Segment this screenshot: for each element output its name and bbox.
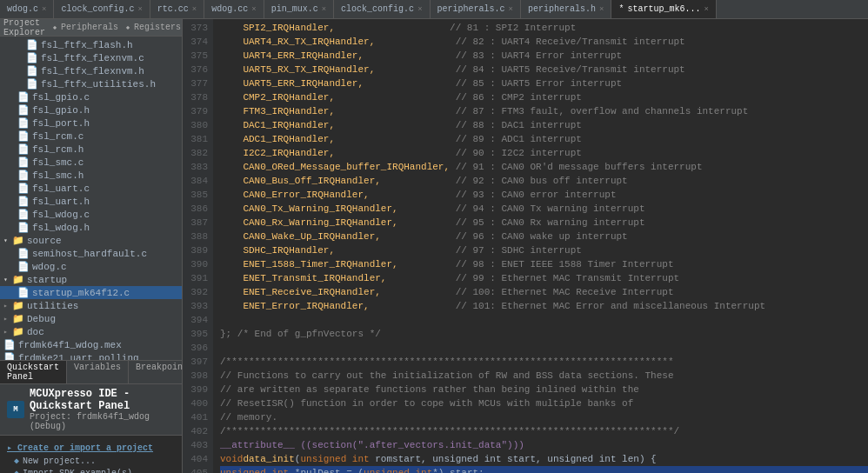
left-panel: Project Explorer ⬥ Peripherals ⬥ Registe…	[0, 19, 183, 473]
line-number: 390	[183, 257, 208, 271]
line-number: 385	[183, 188, 208, 202]
tab-close-icon[interactable]: ×	[137, 5, 142, 14]
tab-close-icon[interactable]: ×	[509, 5, 513, 14]
quickstart-item-import-sdk[interactable]: ◆ Import SDK example(s)...	[7, 467, 175, 473]
quickstart-item-new-project[interactable]: ◆ New project...	[7, 455, 175, 467]
separator: ⬥	[52, 23, 57, 32]
quickstart-item-label: New project...	[23, 456, 96, 466]
tab-peripherals-h[interactable]: peripherals.h ×	[521, 0, 611, 18]
tree-item-fsl-ftfx-flexnvm-h[interactable]: 📄 fsl_ftfx_flexnvm.h	[0, 64, 182, 77]
file-icon: 📄	[17, 287, 30, 298]
tree-item-fsl-rcm-c[interactable]: 📄 fsl_rcm.c	[0, 130, 182, 143]
arrow-icon: ▸	[3, 328, 12, 336]
tree-item-fsl-ftfx-flash-h[interactable]: 📄 fsl_ftfx_flash.h	[0, 38, 182, 51]
tab-peripherals-c[interactable]: peripherals.c ×	[431, 0, 521, 18]
tree-item-label: fsl_smc.h	[32, 170, 83, 181]
code-line: I2C2_IRQHandler, // 90 : I2C2 interrupt	[220, 146, 868, 160]
folder-icon: 📁	[12, 235, 24, 246]
code-line: CAN0_ORed_Message_buffer_IRQHandler, // …	[220, 160, 868, 174]
tab-pin-mux-c[interactable]: pin_mux.c ×	[264, 0, 334, 18]
tree-item-fsl-gpio-c[interactable]: 📄 fsl_gpio.c	[0, 90, 182, 103]
tab-label: peripherals.c	[437, 4, 505, 14]
tree-item-label: fsl_ftfx_utilities.h	[41, 79, 156, 90]
tab-close-icon[interactable]: ×	[417, 5, 422, 14]
tree-item-label: doc	[27, 327, 44, 337]
tree-item-label: fsl_gpio.h	[32, 105, 90, 116]
tree-item-startup[interactable]: ▾ 📁 startup	[0, 273, 182, 286]
tree-item-fsl-smc-h[interactable]: 📄 fsl_smc.h	[0, 169, 182, 182]
tab-close-icon[interactable]: ×	[42, 5, 46, 14]
quickstart-header: M MCUXpresso IDE - Quickstart Panel Proj…	[0, 384, 182, 436]
line-number: 402	[183, 424, 208, 438]
file-icon: 📄	[17, 261, 30, 272]
tab-startup-mk6[interactable]: * startup_mk6... ×	[611, 0, 716, 18]
tree-item-fsl-gpio-h[interactable]: 📄 fsl_gpio.h	[0, 103, 182, 117]
line-number: 400	[183, 396, 208, 410]
tree-item-label: fsl_gpio.c	[32, 92, 90, 103]
tab-close-icon[interactable]: ×	[251, 5, 256, 14]
line-number: 384	[183, 174, 208, 188]
code-line: /***************************************…	[220, 355, 868, 369]
variables-tab[interactable]: Variables	[67, 361, 129, 383]
code-line: CAN0_Rx_Warning_IRQHandler, // 95 : CAN0…	[220, 216, 868, 230]
tab-label: startup_mk6...	[627, 4, 700, 14]
quickstart-title-block: MCUXpresso IDE - Quickstart Panel Projec…	[30, 388, 175, 431]
tree-item-fsl-ftfx-flexnvm-c[interactable]: 📄 fsl_ftfx_flexnvm.c	[0, 51, 182, 64]
tree-item-startup-mk64f12-c[interactable]: 📄 startup_mk64f12.c	[0, 286, 182, 299]
tree-item-debug[interactable]: ▸ 📁 Debug	[0, 312, 182, 325]
top-tab-bar: wdog.c × clock_config.c × rtc.cc × wdog.…	[0, 0, 868, 19]
line-number: 405	[183, 466, 208, 473]
file-icon: 📄	[17, 117, 30, 129]
tree-item-fsl-wdog-c[interactable]: 📄 fsl_wdog.c	[0, 208, 182, 221]
file-icon: 📄	[26, 39, 38, 50]
tab-close-icon[interactable]: ×	[322, 5, 326, 14]
tab-close-icon[interactable]: ×	[599, 5, 604, 14]
file-icon: 📄	[17, 209, 30, 220]
code-line: CAN0_Wake_Up_IRQHandler, // 96 : CAN0 wa…	[220, 230, 868, 243]
code-line: __attribute__ ((section(".after_vectors.…	[220, 438, 868, 452]
tree-item-fsl-smc-c[interactable]: 📄 fsl_smc.c	[0, 156, 182, 169]
tree-item-source[interactable]: ▾ 📁 source	[0, 234, 182, 247]
tree-item-utilities[interactable]: ▸ 📁 utilities	[0, 299, 182, 312]
tree-item-label: fsl_port.h	[32, 118, 90, 129]
line-number: 389	[183, 243, 208, 257]
quickstart-section-create[interactable]: ▸ Create or import a project	[7, 443, 175, 453]
tree-item-label: fsl_uart.c	[32, 183, 90, 194]
tab-clock-config-c[interactable]: clock_config.c ×	[54, 0, 150, 18]
folder-icon: 📁	[12, 274, 24, 285]
registers-label: Registers	[134, 23, 181, 32]
tree-item-fsl-ftfx-utilities-h[interactable]: 📄 fsl_ftfx_utilities.h	[0, 77, 182, 90]
code-line: }; /* End of g_pfnVectors */	[220, 327, 868, 341]
tab-label: rtc.cc	[157, 4, 189, 14]
tree-item-fsl-uart-c[interactable]: 📄 fsl_uart.c	[0, 182, 182, 195]
quickstart-body: ▸ Create or import a project ◆ New proje…	[0, 436, 182, 473]
tree-item-label: fsl_ftfx_flexnvm.h	[41, 66, 144, 77]
tree-item-semihost[interactable]: 📄 semihost_hardfault.c	[0, 247, 182, 260]
code-content[interactable]: SPI2_IRQHandler, // 81 : SPI2 Interrupt …	[213, 19, 868, 473]
code-line: CAN0_Tx_Warning_IRQHandler, // 94 : CAN0…	[220, 202, 868, 216]
tree-item-doc[interactable]: ▸ 📁 doc	[0, 325, 182, 338]
tree-item-fsl-uart-h[interactable]: 📄 fsl_uart.h	[0, 195, 182, 208]
tree-item-label: fsl_uart.h	[32, 197, 90, 207]
tree-item-wdog-c[interactable]: 📄 wdog.c	[0, 260, 182, 273]
code-line: SDHC_IRQHandler, // 97 : SDHC interrupt	[220, 243, 868, 257]
tab-wdog-cc[interactable]: wdog.cc ×	[204, 0, 264, 18]
tree-item-fsl-rcm-h[interactable]: 📄 fsl_rcm.h	[0, 143, 182, 156]
code-line: CAN0_Bus_Off_IRQHandler, // 92 : CAN0 bu…	[220, 174, 868, 188]
tree-item-frdmke21-uart-polling[interactable]: 📄 frdmke21_uart_polling	[0, 351, 182, 360]
quickstart-tab[interactable]: Quickstart Panel	[0, 361, 67, 383]
tab-wdog-c[interactable]: wdog.c ×	[0, 0, 54, 18]
file-icon: 📄	[17, 91, 30, 103]
arrow-icon: ▾	[3, 276, 12, 283]
tab-close-icon[interactable]: ×	[704, 5, 708, 14]
code-line: ENET_1588_Timer_IRQHandler, // 98 : ENET…	[220, 257, 868, 271]
tree-item-label: startup_mk64f12.c	[32, 288, 130, 298]
tab-rtc-cc[interactable]: rtc.cc ×	[150, 0, 204, 18]
tab-close-icon[interactable]: ×	[192, 5, 197, 14]
tree-item-fsl-wdog-h[interactable]: 📄 fsl_wdog.h	[0, 221, 182, 234]
tree-item-frdmk64f1-wdog-mex[interactable]: 📄 frdmk64f1_wdog.mex	[0, 338, 182, 351]
tree-item-fsl-port-h[interactable]: 📄 fsl_port.h	[0, 117, 182, 130]
tab-clock-config-c2[interactable]: clock_config.c ×	[334, 0, 430, 18]
project-tree: 📄 fsl_ftfx_flash.h 📄 fsl_ftfx_flexnvm.c …	[0, 37, 182, 360]
tab-label: peripherals.h	[528, 4, 596, 14]
